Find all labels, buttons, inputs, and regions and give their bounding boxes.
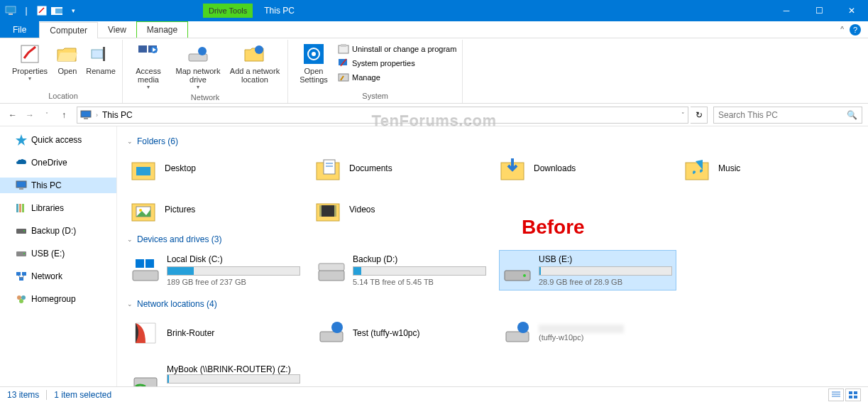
svg-point-63 [517,322,529,333]
svg-rect-41 [324,160,335,174]
network-location-icon [131,319,160,347]
system-properties-button[interactable]: System properties [336,57,458,70]
new-folder-icon[interactable] [51,4,64,17]
open-settings-button[interactable]: Open Settings [292,41,335,85]
drive-name: USB (E:) [539,254,672,264]
maximize-button[interactable]: ☐ [803,0,835,21]
rename-button[interactable]: Rename [84,41,118,77]
search-icon[interactable]: 🔍 [847,110,857,120]
drive-item[interactable]: Backup (D:)5.14 TB free of 5.45 TB [313,250,490,290]
address-location[interactable]: This PC [102,110,133,120]
network-location-item[interactable]: Brink-Router [127,315,304,352]
svg-rect-27 [22,204,24,212]
open-label: Open [58,67,77,75]
nav-homegroup[interactable]: Homegroup [0,291,116,307]
ribbon-group-system: Open Settings Uninstall or change a prog… [288,40,463,103]
drive-item[interactable]: USB (E:)28.9 GB free of 28.9 GB [499,250,676,290]
add-location-button[interactable]: Add a network location [226,41,283,85]
netloc-name: Test (tuffy-w10pc) [353,328,486,338]
properties-icon[interactable] [35,4,48,17]
ribbon-collapse-icon[interactable]: ^ [840,26,844,33]
nav-this-pc[interactable]: This PC [0,178,116,193]
svg-rect-6 [92,50,103,58]
svg-rect-54 [136,259,144,268]
svg-rect-53 [133,271,158,281]
search-input[interactable] [718,110,847,120]
svg-rect-39 [136,167,150,175]
folder-item[interactable]: Music [681,152,837,185]
close-button[interactable]: ✕ [835,0,868,21]
manage-tab[interactable]: Manage [136,21,188,38]
context-tab-label: Drive Tools [203,4,253,18]
svg-rect-34 [19,277,23,281]
group-header-network[interactable]: ⌄ Network locations (4) [127,299,858,309]
nav-backup-drive[interactable]: Backup (D:) [0,223,116,239]
chevron-right-icon[interactable]: › [96,112,98,119]
manage-button[interactable]: Manage [336,71,458,84]
folder-item[interactable]: Videos [312,193,468,226]
window-title: This PC [264,6,295,16]
folder-name: Music [718,163,740,173]
qat-dropdown-icon[interactable]: ▾ [67,4,79,17]
help-icon[interactable]: ? [850,24,861,36]
svg-rect-56 [319,271,344,281]
netloc-sub: (tuffy-w10pc) [539,333,672,342]
folder-item[interactable]: Documents [312,152,468,185]
view-details-button[interactable] [828,389,844,401]
network-location-item[interactable]: (tuffy-w10pc) [499,315,676,352]
nav-network[interactable]: Network [0,268,116,284]
open-button[interactable]: Open [53,41,82,77]
minimize-button[interactable]: ─ [770,0,803,21]
nav-onedrive[interactable]: OneDrive [0,155,116,170]
group-location-label: Location [48,90,78,103]
network-location-item[interactable]: MyBook (\\BRINK-ROUTER) (Z:)5.44 TB free… [127,360,304,386]
properties-button[interactable]: Properties ▾ [9,41,51,83]
address-dropdown-icon[interactable]: ˅ [681,112,685,119]
file-tab[interactable]: File [0,21,39,38]
folder-icon [129,154,158,183]
svg-point-31 [23,253,25,254]
properties-label: Properties [12,67,48,75]
folder-item[interactable]: Downloads [496,152,652,185]
svg-rect-21 [81,111,91,117]
rename-label: Rename [86,67,116,75]
svg-rect-32 [16,272,21,276]
system-properties-label: System properties [352,59,415,67]
view-tab[interactable]: View [98,21,136,38]
folder-item[interactable]: Desktop [127,152,283,185]
svg-rect-62 [506,332,529,342]
folder-item[interactable]: Pictures [127,193,283,226]
nav-usb-drive[interactable]: USB (E:) [0,246,116,261]
ribbon-group-location: Properties ▾ Open Rename Location [4,40,123,103]
search-box[interactable]: 🔍 [713,107,862,124]
group-header-drives[interactable]: ⌄ Devices and drives (3) [127,234,858,244]
nav-bar: ← → ˅ ↑ › This PC ˅ ↻ 🔍 [0,104,868,126]
access-media-button[interactable]: Access media ▾ [127,41,170,92]
uninstall-button[interactable]: Uninstall or change a program [336,43,458,55]
recent-dropdown[interactable]: ˅ [40,108,54,122]
network-location-item[interactable]: Test (tuffy-w10pc) [313,315,490,352]
drive-item[interactable]: Local Disk (C:)189 GB free of 237 GB [127,250,304,290]
folder-name: Desktop [165,163,196,173]
nav-libraries[interactable]: Libraries [0,200,116,216]
svg-rect-7 [103,47,105,61]
address-bar[interactable]: › This PC ˅ [77,107,688,124]
map-drive-button[interactable]: Map network drive ▾ [171,41,225,92]
drive-free-text: 5.14 TB free of 5.45 TB [353,278,486,286]
view-icons-button[interactable] [845,389,861,401]
svg-point-12 [198,47,207,55]
drive-free-text: 28.9 GB free of 28.9 GB [539,278,672,286]
back-button[interactable]: ← [6,108,20,122]
svg-rect-0 [6,6,16,13]
svg-rect-51 [319,205,322,217]
svg-point-59 [523,274,526,277]
nav-quick-access[interactable]: Quick access [0,132,116,148]
forward-button[interactable]: → [23,108,37,122]
drive-usage-bar [167,266,300,276]
up-button[interactable]: ↑ [57,108,71,122]
svg-rect-55 [145,259,154,268]
svg-rect-68 [849,391,852,394]
computer-tab[interactable]: Computer [39,22,98,38]
group-header-folders[interactable]: ⌄ Folders (6) [127,136,858,146]
refresh-button[interactable]: ↻ [691,107,708,124]
